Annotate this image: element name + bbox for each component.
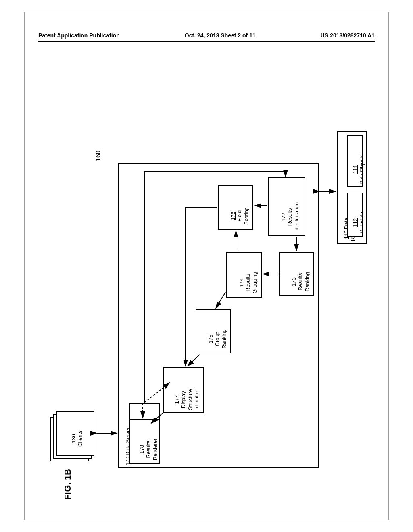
metadata-label: 112 Metadata	[352, 212, 365, 234]
header-rule	[38, 41, 375, 42]
display-structure-label: 177 Display Structure Identifier	[174, 389, 200, 410]
clients-label: 130 Clients	[71, 430, 84, 447]
results-renderer-label: 178 Results Renderer	[139, 438, 159, 460]
field-scoring-label: 176 Field Scoring	[230, 207, 250, 225]
results-id-label: 172 Results Identification	[280, 202, 300, 232]
results-ranking-label: 173 Results Ranking	[291, 272, 311, 291]
group-ranking-label: 175 Group Ranking	[208, 329, 227, 349]
data-objects-label: 111 Data Objects	[352, 154, 365, 185]
header-right: US 2013/0282710 A1	[321, 32, 375, 39]
page-header: Patent Application Publication Oct. 24, …	[38, 32, 375, 39]
figure-label: FIG. 1B	[63, 469, 73, 500]
results-grouping-label: 174 Results Grouping	[238, 272, 258, 293]
system-ref: 160	[95, 150, 102, 161]
header-center: Oct. 24, 2013 Sheet 2 of 11	[185, 32, 256, 39]
diagram: FIG. 1B 160 130 Clients 170 Data Server …	[38, 73, 375, 476]
header-left: Patent Application Publication	[38, 32, 120, 39]
